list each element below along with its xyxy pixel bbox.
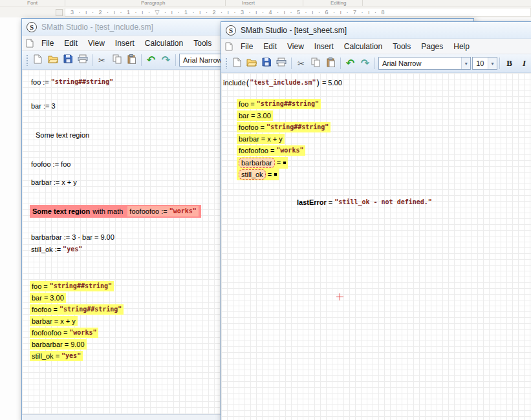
math-region-result[interactable]: foofoo = "string##string" [237, 122, 331, 132]
math-region-result[interactable]: foo = "string##string" [30, 281, 114, 291]
string-value: "string##string" [266, 123, 329, 132]
math-region-include[interactable]: include ( "test_include.sm" ) = 5.00 [223, 78, 342, 87]
document-icon [26, 39, 34, 48]
new-page-icon [233, 58, 241, 70]
var-name: foo [239, 100, 248, 109]
math-region-last-error[interactable]: lastError = "still_ok - not defined." [297, 198, 432, 207]
var-name: foofoo [239, 123, 259, 132]
smath-logo-icon: S [226, 25, 236, 36]
menu-edit[interactable]: Edit [59, 37, 83, 50]
equals-operator: = [54, 317, 58, 326]
var-name: barbarbar [32, 340, 63, 349]
horizontal-ruler: 3 · ı · 2 · ı · 1 · ı · ▽ · ı · 1 · ı · … [65, 8, 531, 17]
cut-button[interactable]: ✂ [94, 53, 109, 68]
open-button[interactable] [45, 53, 60, 68]
string-value: "yes" [61, 352, 81, 361]
copy-button[interactable] [109, 53, 124, 68]
undo-arrow-icon: ↶ [346, 58, 354, 68]
paste-button[interactable] [124, 53, 139, 68]
menu-calculation[interactable]: Calculation [339, 40, 387, 53]
menu-edit[interactable]: Edit [258, 40, 282, 53]
undo-button[interactable]: ↶ [144, 53, 158, 68]
string-value: "still_ok - not defined." [334, 198, 432, 207]
italic-button[interactable]: I [517, 56, 531, 71]
ribbon-group-labels: Font Paragraph Insert Editing [0, 0, 531, 6]
menu-file[interactable]: File [36, 37, 59, 50]
math-region-result[interactable]: still_ok = "yes" [30, 351, 83, 361]
number-result: 5.00 [328, 78, 341, 87]
ruler-tab-selector[interactable] [56, 9, 63, 16]
menu-view[interactable]: View [282, 40, 309, 53]
open-button[interactable] [244, 56, 259, 71]
undo-button[interactable]: ↶ [343, 56, 358, 71]
print-button[interactable] [75, 53, 90, 68]
ruler-marks: 3 · ı · 2 · ı · 1 · ı · ▽ · ı · 1 · ı · … [65, 9, 385, 16]
menu-file[interactable]: File [235, 40, 258, 53]
math-region-result[interactable]: foofoofoo = "works" [237, 145, 305, 156]
new-sheet-button[interactable] [230, 56, 244, 71]
math-region-result[interactable]: foo = "string##string" [237, 99, 321, 109]
menu-bar: File Edit View Insert Calculation Tools … [221, 39, 531, 54]
equals-operator: = [329, 198, 332, 207]
math-region-def-bar[interactable]: bar := 3 [31, 101, 56, 110]
math-region-result[interactable]: barbarbar = 9.00 [30, 339, 87, 350]
math-region-result[interactable]: foofoo = "string##string" [30, 304, 124, 315]
new-sheet-button[interactable] [30, 53, 45, 68]
redo-button[interactable]: ↷ [358, 56, 373, 71]
menu-calculation[interactable]: Calculation [140, 37, 188, 50]
save-button[interactable] [60, 53, 75, 68]
equals-operator: = [65, 340, 69, 349]
number-value: 3 [51, 101, 55, 110]
var-name: foofoofoo [32, 328, 61, 337]
redo-arrow-icon: ↷ [162, 55, 170, 65]
cut-button[interactable]: ✂ [294, 56, 309, 71]
var-name: foofoofoo [239, 146, 268, 155]
expression-value: x + y [267, 134, 283, 143]
redo-button[interactable]: ↷ [158, 53, 173, 68]
menu-view[interactable]: View [83, 37, 110, 50]
math-region-result[interactable]: bar = 3.00 [237, 110, 273, 121]
copy-button[interactable] [309, 56, 323, 71]
toolbar-separator [141, 54, 142, 66]
equals-operator: = [44, 293, 48, 302]
equals-operator: = [322, 78, 326, 87]
math-region-def-foofoo[interactable]: foofoo := foo [31, 160, 70, 169]
font-name-combobox[interactable]: Arial Narrow ▼ [378, 57, 471, 70]
equals-operator: = [277, 158, 281, 167]
math-region-def-foo[interactable]: foo := "string##string" [31, 78, 113, 87]
open-paren: ( [246, 78, 249, 87]
math-region-def-barbar[interactable]: barbar := x + y [31, 178, 77, 187]
menu-insert[interactable]: Insert [309, 40, 339, 53]
window-title: SMath Studio - [test_include.sm] [41, 23, 153, 32]
font-size-combobox[interactable]: 10 ▼ [472, 57, 497, 70]
menu-pages[interactable]: Pages [416, 40, 448, 53]
menu-tools[interactable]: Tools [188, 37, 217, 50]
bold-button[interactable]: B [502, 56, 517, 71]
ribbon-separator [362, 0, 363, 6]
menu-tools[interactable]: Tools [387, 40, 416, 53]
math-region-result[interactable]: barbar = x + y [237, 134, 285, 144]
math-region-error[interactable]: barbarbar = [237, 157, 288, 169]
toolbar-grip[interactable] [26, 54, 28, 66]
menu-insert[interactable]: Insert [110, 37, 140, 50]
math-region-error[interactable]: still_ok = [237, 169, 279, 180]
var-value: foo [61, 160, 70, 169]
save-button[interactable] [259, 56, 274, 71]
new-page-icon [34, 54, 42, 67]
title-bar[interactable]: S SMath Studio - [test_sheet.sm] [221, 22, 531, 39]
print-button[interactable] [274, 56, 289, 71]
toolbar-grip[interactable] [225, 58, 228, 69]
worksheet[interactable]: include ( "test_include.sm" ) = 5.00 foo… [221, 73, 531, 420]
printer-icon [276, 58, 287, 69]
paste-button[interactable] [323, 56, 338, 71]
text-region-highlighted-red[interactable]: Some text region with math foofoofoo := … [30, 205, 201, 218]
menu-help[interactable]: Help [448, 40, 475, 53]
math-region-def-barbarbar[interactable]: barbarbar := 3 · bar = 9.00 [31, 233, 114, 242]
math-region-def-still-ok[interactable]: still_ok := "yes" [31, 245, 82, 254]
text-region[interactable]: Some text region [36, 131, 89, 140]
math-region-result[interactable]: barbar = x + y [30, 316, 78, 326]
math-region-result[interactable]: bar = 3.00 [30, 293, 66, 303]
var-name: lastError [297, 198, 327, 207]
var-name: still_ok [32, 352, 54, 361]
math-region-result[interactable]: foofoofoo = "works" [30, 328, 98, 338]
